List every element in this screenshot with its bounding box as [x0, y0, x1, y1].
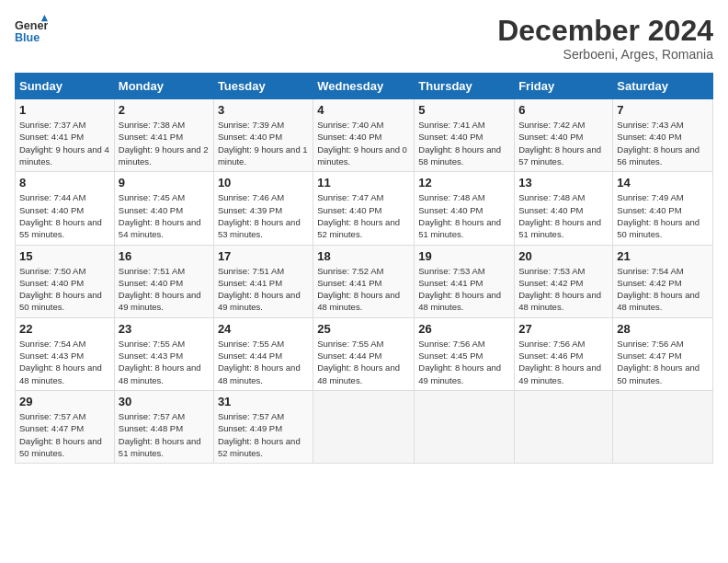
calendar-cell: 14Sunrise: 7:49 AM Sunset: 4:40 PM Dayli… — [613, 172, 713, 245]
calendar-cell: 8Sunrise: 7:44 AM Sunset: 4:40 PM Daylig… — [16, 172, 115, 245]
cell-details: Sunrise: 7:53 AM Sunset: 4:41 PM Dayligh… — [418, 265, 510, 314]
logo-icon: General Blue — [15, 15, 48, 48]
cell-details: Sunrise: 7:39 AM Sunset: 4:40 PM Dayligh… — [218, 119, 309, 167]
cell-details: Sunrise: 7:54 AM Sunset: 4:43 PM Dayligh… — [19, 338, 110, 386]
day-number: 28 — [617, 322, 709, 336]
cell-details: Sunrise: 7:37 AM Sunset: 4:41 PM Dayligh… — [19, 119, 110, 167]
logo: General Blue — [15, 15, 48, 48]
calendar-cell: 12Sunrise: 7:48 AM Sunset: 4:40 PM Dayli… — [415, 172, 515, 245]
day-number: 9 — [119, 176, 210, 190]
day-number: 12 — [418, 176, 510, 190]
col-header-saturday: Saturday — [613, 74, 713, 99]
day-number: 3 — [218, 103, 309, 117]
day-number: 29 — [19, 395, 110, 408]
calendar-cell: 24Sunrise: 7:55 AM Sunset: 4:44 PM Dayli… — [213, 317, 313, 390]
cell-details: Sunrise: 7:42 AM Sunset: 4:40 PM Dayligh… — [518, 119, 609, 167]
day-number: 24 — [218, 322, 309, 336]
cell-details: Sunrise: 7:55 AM Sunset: 4:43 PM Dayligh… — [119, 338, 210, 386]
calendar-cell: 23Sunrise: 7:55 AM Sunset: 4:43 PM Dayli… — [114, 317, 213, 390]
cell-details: Sunrise: 7:46 AM Sunset: 4:39 PM Dayligh… — [218, 191, 309, 240]
day-number: 4 — [317, 103, 410, 117]
calendar-cell: 11Sunrise: 7:47 AM Sunset: 4:40 PM Dayli… — [313, 172, 415, 245]
day-number: 22 — [19, 322, 110, 336]
day-number: 10 — [218, 176, 309, 190]
calendar-table: SundayMondayTuesdayWednesdayThursdayFrid… — [15, 73, 713, 464]
day-number: 1 — [19, 103, 110, 117]
day-number: 31 — [218, 395, 309, 408]
calendar-cell — [515, 390, 613, 463]
day-number: 21 — [617, 249, 709, 263]
col-header-thursday: Thursday — [415, 74, 515, 99]
calendar-cell: 19Sunrise: 7:53 AM Sunset: 4:41 PM Dayli… — [415, 245, 515, 317]
cell-details: Sunrise: 7:56 AM Sunset: 4:47 PM Dayligh… — [617, 338, 709, 386]
day-number: 27 — [518, 322, 609, 336]
day-number: 11 — [317, 176, 410, 190]
cell-details: Sunrise: 7:49 AM Sunset: 4:40 PM Dayligh… — [617, 191, 709, 240]
calendar-cell: 31Sunrise: 7:57 AM Sunset: 4:49 PM Dayli… — [213, 390, 313, 463]
cell-details: Sunrise: 7:50 AM Sunset: 4:40 PM Dayligh… — [19, 265, 110, 314]
cell-details: Sunrise: 7:38 AM Sunset: 4:41 PM Dayligh… — [119, 119, 210, 167]
calendar-cell: 18Sunrise: 7:52 AM Sunset: 4:41 PM Dayli… — [313, 245, 415, 317]
cell-details: Sunrise: 7:56 AM Sunset: 4:45 PM Dayligh… — [418, 338, 510, 386]
day-number: 18 — [317, 249, 410, 263]
day-number: 8 — [19, 176, 110, 190]
month-title: December 2024 — [497, 15, 713, 47]
day-number: 14 — [617, 176, 709, 190]
calendar-cell: 3Sunrise: 7:39 AM Sunset: 4:40 PM Daylig… — [213, 99, 313, 172]
day-number: 16 — [119, 249, 210, 263]
calendar-cell: 20Sunrise: 7:53 AM Sunset: 4:42 PM Dayli… — [515, 245, 613, 317]
cell-details: Sunrise: 7:44 AM Sunset: 4:40 PM Dayligh… — [19, 191, 110, 240]
cell-details: Sunrise: 7:57 AM Sunset: 4:48 PM Dayligh… — [119, 410, 210, 459]
cell-details: Sunrise: 7:57 AM Sunset: 4:49 PM Dayligh… — [218, 410, 309, 459]
svg-marker-2 — [41, 15, 48, 21]
cell-details: Sunrise: 7:53 AM Sunset: 4:42 PM Dayligh… — [518, 265, 609, 314]
day-number: 2 — [119, 103, 210, 117]
calendar-cell: 1Sunrise: 7:37 AM Sunset: 4:41 PM Daylig… — [16, 99, 115, 172]
calendar-cell: 29Sunrise: 7:57 AM Sunset: 4:47 PM Dayli… — [16, 390, 115, 463]
col-header-tuesday: Tuesday — [213, 74, 313, 99]
day-number: 26 — [418, 322, 510, 336]
header-row: SundayMondayTuesdayWednesdayThursdayFrid… — [16, 74, 713, 99]
calendar-cell: 27Sunrise: 7:56 AM Sunset: 4:46 PM Dayli… — [515, 317, 613, 390]
calendar-cell: 28Sunrise: 7:56 AM Sunset: 4:47 PM Dayli… — [613, 317, 713, 390]
calendar-cell: 5Sunrise: 7:41 AM Sunset: 4:40 PM Daylig… — [415, 99, 515, 172]
calendar-cell: 30Sunrise: 7:57 AM Sunset: 4:48 PM Dayli… — [114, 390, 213, 463]
cell-details: Sunrise: 7:45 AM Sunset: 4:40 PM Dayligh… — [119, 191, 210, 240]
day-number: 23 — [119, 322, 210, 336]
day-number: 5 — [418, 103, 510, 117]
day-number: 7 — [617, 103, 709, 117]
day-number: 19 — [418, 249, 510, 263]
title-area: December 2024 Serboeni, Arges, Romania — [497, 15, 713, 62]
calendar-cell: 7Sunrise: 7:43 AM Sunset: 4:40 PM Daylig… — [613, 99, 713, 172]
cell-details: Sunrise: 7:48 AM Sunset: 4:40 PM Dayligh… — [418, 191, 510, 240]
calendar-cell: 4Sunrise: 7:40 AM Sunset: 4:40 PM Daylig… — [313, 99, 415, 172]
col-header-sunday: Sunday — [16, 74, 115, 99]
cell-details: Sunrise: 7:55 AM Sunset: 4:44 PM Dayligh… — [317, 338, 410, 386]
cell-details: Sunrise: 7:54 AM Sunset: 4:42 PM Dayligh… — [617, 265, 709, 314]
cell-details: Sunrise: 7:51 AM Sunset: 4:40 PM Dayligh… — [119, 265, 210, 314]
col-header-wednesday: Wednesday — [313, 74, 415, 99]
calendar-cell: 25Sunrise: 7:55 AM Sunset: 4:44 PM Dayli… — [313, 317, 415, 390]
day-number: 17 — [218, 249, 309, 263]
day-number: 13 — [518, 176, 609, 190]
cell-details: Sunrise: 7:52 AM Sunset: 4:41 PM Dayligh… — [317, 265, 410, 314]
calendar-cell: 26Sunrise: 7:56 AM Sunset: 4:45 PM Dayli… — [415, 317, 515, 390]
week-row-5: 29Sunrise: 7:57 AM Sunset: 4:47 PM Dayli… — [16, 390, 713, 463]
calendar-cell — [313, 390, 415, 463]
cell-details: Sunrise: 7:51 AM Sunset: 4:41 PM Dayligh… — [218, 265, 309, 314]
cell-details: Sunrise: 7:41 AM Sunset: 4:40 PM Dayligh… — [418, 119, 510, 167]
calendar-cell — [415, 390, 515, 463]
calendar-cell: 22Sunrise: 7:54 AM Sunset: 4:43 PM Dayli… — [16, 317, 115, 390]
calendar-cell — [613, 390, 713, 463]
week-row-2: 8Sunrise: 7:44 AM Sunset: 4:40 PM Daylig… — [16, 172, 713, 245]
col-header-monday: Monday — [114, 74, 213, 99]
cell-details: Sunrise: 7:48 AM Sunset: 4:40 PM Dayligh… — [518, 191, 609, 240]
col-header-friday: Friday — [515, 74, 613, 99]
week-row-4: 22Sunrise: 7:54 AM Sunset: 4:43 PM Dayli… — [16, 317, 713, 390]
calendar-cell: 21Sunrise: 7:54 AM Sunset: 4:42 PM Dayli… — [613, 245, 713, 317]
cell-details: Sunrise: 7:43 AM Sunset: 4:40 PM Dayligh… — [617, 119, 709, 167]
cell-details: Sunrise: 7:57 AM Sunset: 4:47 PM Dayligh… — [19, 410, 110, 459]
calendar-cell: 2Sunrise: 7:38 AM Sunset: 4:41 PM Daylig… — [114, 99, 213, 172]
cell-details: Sunrise: 7:40 AM Sunset: 4:40 PM Dayligh… — [317, 119, 410, 167]
week-row-1: 1Sunrise: 7:37 AM Sunset: 4:41 PM Daylig… — [16, 99, 713, 172]
